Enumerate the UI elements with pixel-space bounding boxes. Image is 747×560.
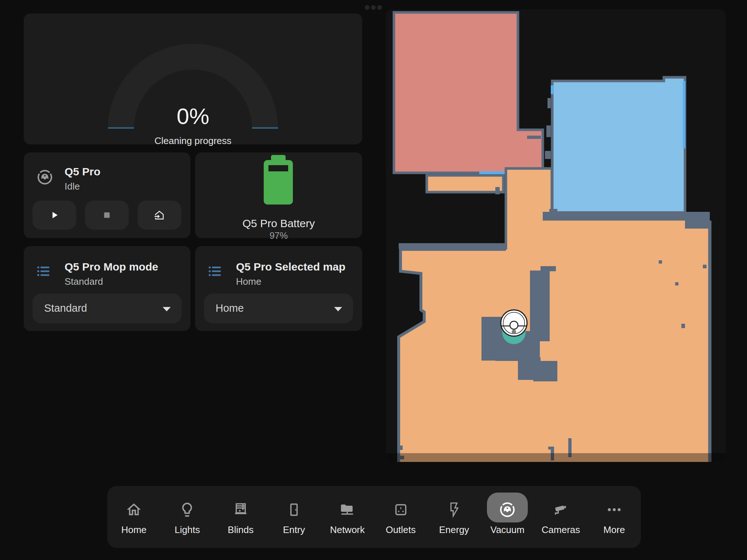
flash-icon [445, 501, 463, 518]
view-page-indicator [365, 5, 382, 10]
gauge-label: Cleaning progress [24, 135, 362, 147]
selected-map-title[interactable]: Q5 Pro Selected map [236, 261, 345, 273]
mop-mode-selected-option: Standard [44, 302, 87, 314]
return-to-dock-button[interactable] [138, 201, 181, 230]
bottom-navigation-bar: Home Lights Blinds Entry [107, 486, 641, 548]
mop-mode-state: Standard [65, 276, 103, 287]
nav-item-more[interactable]: More [588, 486, 641, 548]
stop-icon [102, 210, 112, 220]
nav-item-vacuum[interactable]: Vacuum [481, 486, 534, 548]
nav-item-blinds[interactable]: Blinds [214, 486, 267, 548]
robot-position-marker [501, 310, 527, 336]
vacuum-name[interactable]: Q5 Pro [65, 166, 100, 178]
vacuum-state: Idle [65, 181, 80, 192]
home-icon [125, 501, 143, 518]
robot-vacuum-icon[interactable] [36, 168, 54, 186]
folder-network-icon [338, 501, 356, 518]
blinds-icon [232, 501, 249, 518]
list-icon[interactable] [208, 264, 223, 279]
battery-title: Q5 Pro Battery [195, 217, 362, 230]
nav-label: Outlets [386, 524, 415, 536]
dots-horizontal-icon [605, 501, 623, 518]
battery-percentage: 97% [195, 230, 362, 241]
nav-item-home[interactable]: Home [107, 486, 160, 548]
page-indicator-dot[interactable] [365, 5, 369, 10]
vacuum-controls [32, 201, 181, 230]
vacuum-map[interactable] [386, 9, 726, 462]
power-socket-icon [392, 501, 410, 518]
nav-item-cameras[interactable]: Cameras [534, 486, 587, 548]
nav-label: Entry [283, 524, 305, 536]
selected-map-card: Q5 Pro Selected map Home Home [195, 246, 362, 331]
nav-label: Cameras [542, 524, 580, 536]
list-icon[interactable] [36, 264, 51, 279]
nav-label: Network [330, 524, 365, 536]
nav-item-entry[interactable]: Entry [267, 486, 321, 548]
stop-button[interactable] [85, 201, 129, 230]
vacuum-status-card: Q5 Pro Idle [24, 152, 190, 238]
nav-item-outlets[interactable]: Outlets [374, 486, 427, 548]
battery-icon [264, 155, 293, 205]
nav-label: Home [121, 524, 146, 536]
battery-card[interactable]: Q5 Pro Battery 97% [195, 152, 362, 238]
page-indicator-dot[interactable] [371, 5, 376, 10]
nav-label: Energy [439, 524, 469, 536]
start-button[interactable] [32, 201, 76, 230]
nav-item-energy[interactable]: Energy [427, 486, 481, 548]
mop-mode-select[interactable]: Standard [32, 293, 182, 323]
cleaning-progress-gauge-card: 0% Cleaning progress [24, 13, 362, 144]
nav-label: Blinds [228, 524, 253, 536]
selected-map-selected-option: Home [216, 302, 244, 314]
robot-vacuum-icon [499, 501, 516, 518]
home-import-icon [153, 209, 166, 221]
nav-item-network[interactable]: Network [321, 486, 374, 548]
door-icon [285, 501, 303, 518]
nav-label: More [603, 524, 625, 536]
lightbulb-icon [178, 501, 196, 518]
mop-mode-title[interactable]: Q5 Pro Mop mode [65, 261, 158, 273]
chevron-down-icon [163, 307, 171, 311]
cctv-icon [552, 501, 570, 518]
selected-map-state: Home [236, 276, 261, 287]
vacuum-map-card[interactable] [386, 9, 726, 462]
nav-item-lights[interactable]: Lights [160, 486, 214, 548]
nav-label: Lights [175, 524, 200, 536]
play-icon [49, 210, 60, 221]
selected-map-select[interactable]: Home [204, 293, 353, 323]
nav-label: Vacuum [491, 524, 525, 536]
page-indicator-dot[interactable] [377, 5, 382, 10]
chevron-down-icon [334, 307, 342, 311]
gauge-value: 0% [24, 103, 362, 129]
mop-mode-card: Q5 Pro Mop mode Standard Standard [24, 246, 190, 331]
